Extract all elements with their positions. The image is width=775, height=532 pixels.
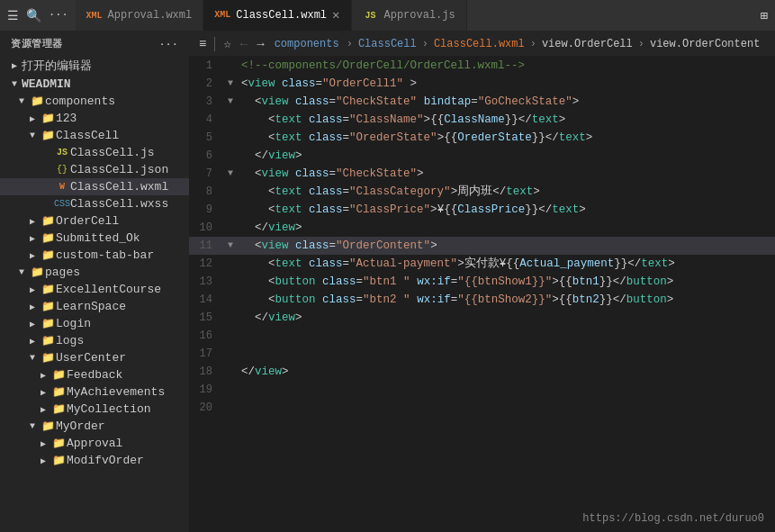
tab-approval-js[interactable]: JS Approval.js	[352, 0, 467, 31]
line-arrow	[223, 255, 238, 273]
sidebar-item-components[interactable]: ▼ 📁 components	[0, 93, 189, 110]
chevron-icon: ▶	[36, 387, 50, 398]
folder-icon: 📁	[29, 266, 45, 279]
title-bar-left: ☰ 🔍 ···	[0, 8, 76, 23]
item-label: MyAchievements	[67, 385, 165, 399]
sidebar-item-mycollection[interactable]: ▶ 📁 MyCollection	[0, 401, 189, 418]
item-label: logs	[56, 334, 84, 347]
hamburger-icon[interactable]: ☰	[7, 8, 19, 23]
line-number: 7	[189, 165, 223, 183]
item-label: MyCollection	[67, 402, 151, 416]
folder-icon: 📁	[40, 419, 56, 433]
line-arrow	[223, 399, 238, 417]
open-editors-label: 打开的编辑器	[22, 58, 92, 74]
chevron-icon: ▶	[36, 455, 50, 466]
chevron-icon: ▶	[36, 370, 50, 381]
code-line-2: 2 ▼ <view class="OrderCell1" >	[189, 75, 775, 93]
code-line-13: 13 <button class="btn1 " wx:if="{{btnSho…	[189, 273, 775, 291]
sidebar-root[interactable]: ▼ WEADMIN	[0, 76, 189, 93]
line-number: 13	[189, 273, 223, 291]
sidebar-item-usercenter[interactable]: ▼ 📁 UserCenter	[0, 349, 189, 366]
sidebar-item-feedback[interactable]: ▶ 📁 Feedback	[0, 366, 189, 383]
sidebar-item-custom-tab-bar[interactable]: ▶ 📁 custom-tab-bar	[0, 247, 189, 264]
toolbar-back-icon[interactable]: ←	[238, 35, 250, 53]
sidebar-item-myorder[interactable]: ▼ 📁 MyOrder	[0, 418, 189, 435]
toolbar-bookmark-icon[interactable]: ☆	[221, 34, 233, 53]
code-line-10: 10 </view>	[189, 219, 775, 237]
sidebar-item-pages[interactable]: ▼ 📁 pages	[0, 264, 189, 281]
sidebar-more-icon[interactable]: ···	[159, 39, 178, 50]
sidebar-item-logs[interactable]: ▶ 📁 logs	[0, 332, 189, 349]
line-arrow	[223, 363, 238, 381]
item-label: ClassCell.js	[70, 146, 155, 159]
chevron-icon: ▶	[36, 404, 50, 415]
wxml-file-icon: W	[54, 182, 70, 192]
code-content: <view class="CheckState" bindtap="GoChec…	[238, 93, 775, 111]
sidebar-item-modifvorder[interactable]: ▶ 📁 ModifvOrder	[0, 452, 189, 469]
sidebar-item-myachievements[interactable]: ▶ 📁 MyAchievements	[0, 383, 189, 401]
item-label: ClassCell.wxss	[70, 197, 168, 211]
sidebar-item-excellentcourse[interactable]: ▶ 📁 ExcellentCourse	[0, 281, 189, 298]
tab-approval-wxml[interactable]: XML Approval.wxml	[76, 0, 204, 31]
json-file-icon: {}	[54, 165, 70, 175]
sidebar-item-classcell-json[interactable]: {} ClassCell.json	[0, 161, 189, 178]
line-number: 10	[189, 219, 223, 237]
js-icon: JS	[363, 11, 379, 21]
sidebar-item-approval[interactable]: ▶ 📁 Approval	[0, 435, 189, 452]
chevron-icon: ▼	[25, 353, 40, 363]
chevron-icon: ▶	[25, 302, 40, 312]
more-icon[interactable]: ···	[49, 9, 68, 22]
code-content: <text class="ClassPrice">¥{{ClassPrice}}…	[238, 201, 775, 219]
code-content: <view class="OrderContent">	[238, 237, 775, 255]
item-label: Login	[56, 317, 91, 330]
line-number: 12	[189, 255, 223, 273]
sidebar-item-classcell-js[interactable]: JS ClassCell.js	[0, 144, 189, 161]
item-label: 123	[56, 112, 77, 125]
code-content	[238, 381, 775, 399]
bc-classcell: ClassCell	[358, 38, 417, 50]
code-line-9: 9 <text class="ClassPrice">¥{{ClassPrice…	[189, 201, 775, 219]
toolbar-list-icon[interactable]: ≡	[196, 35, 209, 53]
tab-label: ClassCell.wxml	[236, 9, 327, 22]
line-arrow[interactable]: ▼	[223, 93, 238, 111]
item-label: pages	[45, 266, 80, 279]
tab-classcell-wxml[interactable]: XML ClassCell.wxml ✕	[203, 0, 351, 31]
sidebar-open-editors[interactable]: ▶ 打开的编辑器	[0, 56, 189, 76]
code-line-5: 5 <text class="OrederState">{{OrederStat…	[189, 129, 775, 147]
code-content: <view class="OrderCell1" >	[238, 75, 775, 93]
sidebar-item-classcell-wxml[interactable]: W ClassCell.wxml	[0, 178, 189, 195]
folder-icon: 📁	[40, 317, 56, 330]
line-arrow	[223, 327, 238, 345]
code-content: <view class="CheckState">	[238, 165, 775, 183]
sidebar-item-classcell[interactable]: ▼ 📁 ClassCell	[0, 127, 189, 144]
line-arrow[interactable]: ▼	[223, 75, 238, 93]
chevron-icon: ▶	[25, 284, 40, 295]
code-content: <button class="btn1 " wx:if="{{btnShow1}…	[238, 273, 775, 291]
sidebar-item-classcell-wxss[interactable]: CSS ClassCell.wxss	[0, 195, 189, 212]
code-line-4: 4 <text class="ClassName">{{ClassName}}<…	[189, 111, 775, 129]
code-line-15: 15 </view>	[189, 309, 775, 327]
new-file-icon[interactable]: ⊞	[761, 8, 768, 23]
toolbar-forward-icon[interactable]: →	[254, 35, 266, 53]
search-icon[interactable]: 🔍	[26, 8, 41, 23]
sidebar-item-login[interactable]: ▶ 📁 Login	[0, 315, 189, 332]
tab-close-icon[interactable]: ✕	[332, 9, 339, 22]
sidebar-item-123[interactable]: ▶ 📁 123	[0, 110, 189, 127]
line-number: 6	[189, 147, 223, 165]
bc-view2: view.OrderContent	[650, 38, 760, 50]
sidebar-item-learnspace[interactable]: ▶ 📁 LearnSpace	[0, 298, 189, 315]
line-number: 5	[189, 129, 223, 147]
sidebar-item-ordercell[interactable]: ▶ 📁 OrderCell	[0, 212, 189, 230]
sidebar: 资源管理器 ··· ▶ 打开的编辑器 ▼ WEADMIN ▼ 📁 compone…	[0, 32, 189, 532]
folder-icon: 📁	[29, 95, 45, 108]
item-label: ClassCell	[56, 129, 119, 142]
sidebar-title: 资源管理器	[11, 37, 63, 50]
chevron-icon: ▼	[14, 96, 29, 106]
watermark: https://blog.csdn.net/duruo0	[582, 512, 764, 525]
code-editor[interactable]: 1 <!--components/OrderCell/OrderCell.wxm…	[189, 57, 775, 532]
code-line-1: 1 <!--components/OrderCell/OrderCell.wxm…	[189, 57, 775, 75]
sidebar-item-submitted-ok[interactable]: ▶ 📁 Submitted_Ok	[0, 230, 189, 247]
line-arrow[interactable]: ▼	[223, 237, 238, 255]
line-arrow[interactable]: ▼	[223, 165, 238, 183]
code-line-16: 16	[189, 327, 775, 345]
